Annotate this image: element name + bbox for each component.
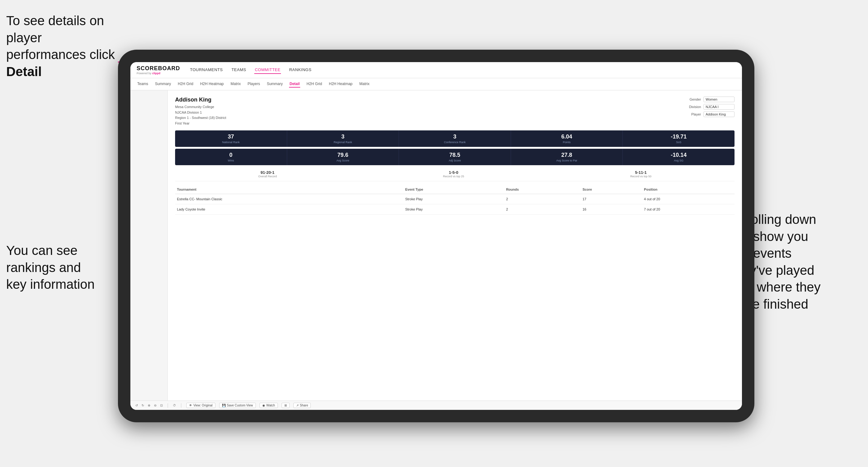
subnav-h2h-heatmap[interactable]: H2H Heatmap	[199, 81, 224, 88]
stat-adj-score: 78.5 Adj Score	[399, 149, 511, 165]
save-custom-label: Save Custom View	[227, 404, 253, 407]
stat-avg-score: 79.6 Avg Score	[287, 149, 399, 165]
table-row: Lady Coyote Invite Stroke Play 2 16 7 ou…	[175, 204, 735, 215]
tablet-device: SCOREBOARD Powered by clippd TOURNAMENTS…	[118, 50, 754, 422]
share-icon: ↗	[296, 404, 299, 407]
stats-grid-row1: 37 National Rank 3 Regional Rank 3 Confe…	[175, 130, 735, 147]
tablet-icon-button[interactable]: ⊞	[282, 403, 290, 408]
stat-conference-rank: 3 Conference Rank	[399, 130, 511, 147]
view-icon: 👁	[189, 404, 192, 407]
nav-teams[interactable]: TEAMS	[231, 66, 247, 74]
zoom-out-icon[interactable]: ⊖	[154, 404, 156, 407]
top-navigation: SCOREBOARD Powered by clippd TOURNAMENTS…	[130, 62, 742, 78]
stat-regional-rank-label: Regional Rank	[290, 141, 397, 144]
subnav-matrix2[interactable]: Matrix	[359, 81, 370, 88]
subnav-matrix[interactable]: Matrix	[230, 81, 242, 88]
nav-committee[interactable]: COMMITTEE	[254, 66, 281, 74]
row1-rounds: 2	[504, 194, 581, 204]
row2-position: 7 out of 20	[642, 204, 735, 215]
record-top50: 5-11-1 Record vs top 50	[630, 170, 651, 178]
player-division: NJCAA Division 1	[175, 110, 226, 116]
ann-bl-1: You can see	[6, 243, 78, 258]
player-control: Player Addison King	[691, 112, 735, 117]
stat-wins: 0 Wins	[175, 149, 287, 165]
stat-sos-label: SoS	[625, 141, 732, 144]
fit-icon[interactable]: ⊡	[160, 404, 163, 407]
subnav-summary2[interactable]: Summary	[266, 81, 283, 88]
stat-wins-value: 0	[178, 152, 284, 158]
subnav-players[interactable]: Players	[247, 81, 260, 88]
row1-position: 4 out of 20	[642, 194, 735, 204]
annotation-topleft-text: To see details on player performances cl…	[6, 13, 115, 62]
player-header: Addison King Mesa Community College NJCA…	[175, 97, 735, 126]
tablet-icon: ⊞	[284, 404, 287, 407]
watch-button[interactable]: ◉ Watch	[259, 403, 278, 408]
record-top50-label: Record vs top 50	[630, 175, 651, 178]
content-area: Addison King Mesa Community College NJCA…	[168, 90, 742, 401]
row2-rounds: 2	[504, 204, 581, 215]
annotation-topleft: To see details on player performances cl…	[6, 12, 124, 80]
gender-select[interactable]: Women Men	[704, 97, 735, 102]
watch-label: Watch	[266, 404, 275, 407]
row1-score: 17	[581, 194, 642, 204]
col-position: Position	[642, 185, 735, 194]
share-button[interactable]: ↗ Share	[293, 403, 311, 408]
subnav-detail[interactable]: Detail	[289, 81, 301, 88]
subnav-teams[interactable]: Teams	[136, 81, 149, 88]
record-overall-label: Overall Record	[258, 175, 277, 178]
stat-avg-score-value: 79.6	[290, 152, 397, 158]
subnav-h2h-heatmap2[interactable]: H2H Heatmap	[328, 81, 353, 88]
player-year: First Year	[175, 121, 226, 126]
stat-wins-label: Wins	[178, 159, 284, 162]
gender-label: Gender	[689, 97, 701, 101]
annotation-topleft-bold: Detail	[6, 64, 41, 79]
stat-avg-score-par-value: 27.8	[514, 152, 620, 158]
division-label: Division	[689, 105, 701, 109]
nav-tournaments[interactable]: TOURNAMENTS	[189, 66, 223, 74]
stat-avg-sg: -10.14 Avg SG	[623, 149, 735, 165]
clock-icon[interactable]: ⏱	[173, 404, 176, 407]
stat-points: 6.04 Points	[511, 130, 623, 147]
record-top50-value: 5-11-1	[630, 170, 651, 175]
undo-button[interactable]: ↺	[135, 404, 138, 407]
ann-bl-2: rankings and	[6, 260, 81, 275]
annotation-bottomleft: You can see rankings and key information	[6, 242, 118, 293]
subnav-h2h-grid2[interactable]: H2H Grid	[306, 81, 322, 88]
record-top25: 1-5-0 Record vs top 25	[443, 170, 464, 178]
logo-area: SCOREBOARD Powered by clippd	[136, 65, 180, 75]
stat-conference-rank-value: 3	[401, 133, 508, 140]
col-score: Score	[581, 185, 642, 194]
zoom-in-icon[interactable]: ⊕	[148, 404, 150, 407]
stat-points-label: Points	[514, 141, 620, 144]
record-overall-value: 91-20-1	[258, 170, 277, 175]
save-custom-button[interactable]: 💾 Save Custom View	[219, 403, 256, 408]
player-select[interactable]: Addison King	[704, 112, 735, 117]
record-overall: 91-20-1 Overall Record	[258, 170, 277, 178]
stat-avg-score-par-label: Avg Score to Par	[514, 159, 620, 162]
tablet-screen: SCOREBOARD Powered by clippd TOURNAMENTS…	[130, 62, 742, 410]
toolbar-separator2	[181, 403, 181, 408]
division-select[interactable]: NJCAA I NJCAA II	[704, 104, 735, 110]
stat-avg-score-label: Avg Score	[290, 159, 397, 162]
subnav-h2h-grid[interactable]: H2H Grid	[177, 81, 194, 88]
redo-button[interactable]: ↻	[142, 404, 144, 407]
nav-rankings[interactable]: RANKINGS	[288, 66, 312, 74]
stat-adj-score-value: 78.5	[401, 152, 508, 158]
col-tournament: Tournament	[175, 185, 403, 194]
main-nav: TOURNAMENTS TEAMS COMMITTEE RANKINGS	[189, 66, 312, 74]
col-rounds: Rounds	[504, 185, 581, 194]
stat-adj-score-label: Adj Score	[401, 159, 508, 162]
stat-avg-sg-label: Avg SG	[625, 159, 732, 162]
stat-avg-score-par: 27.8 Avg Score to Par	[511, 149, 623, 165]
view-original-button[interactable]: 👁 View: Original	[186, 403, 215, 408]
tournament-table: Tournament Event Type Rounds Score Posit…	[175, 185, 735, 215]
row2-event-type: Stroke Play	[403, 204, 504, 215]
subnav-summary[interactable]: Summary	[154, 81, 172, 88]
col-event-type: Event Type	[403, 185, 504, 194]
main-content: Addison King Mesa Community College NJCA…	[130, 90, 742, 401]
division-control: Division NJCAA I NJCAA II	[689, 104, 735, 110]
bottom-toolbar: ↺ ↻ ⊕ ⊖ ⊡ ⏱ 👁 View: Original 💾 Save Cust…	[130, 401, 742, 410]
record-top25-value: 1-5-0	[443, 170, 464, 175]
row2-score: 16	[581, 204, 642, 215]
stats-grid-row2: 0 Wins 79.6 Avg Score 78.5 Adj Score 27.…	[175, 149, 735, 165]
